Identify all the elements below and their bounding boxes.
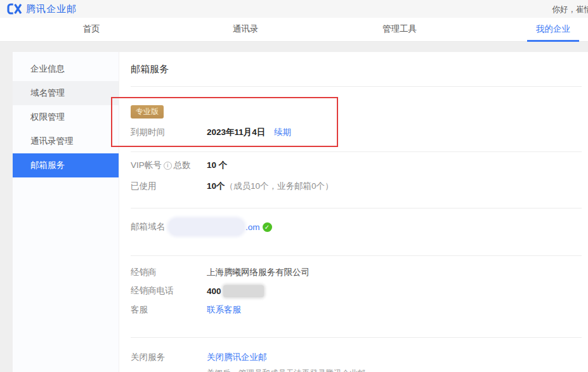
tab-my-company[interactable]: 我的企业 bbox=[536, 18, 570, 42]
brand-logo[interactable]: 腾讯企业邮 bbox=[7, 3, 77, 15]
vip-label-prefix: VIP帐号 bbox=[131, 160, 162, 171]
expiry-date: 2023年11月4日 bbox=[207, 127, 265, 138]
exmail-admin-page: 腾讯企业邮 你好，崔情 首页 通讯录 管理工具 我的企业 企业信息 域名管理 权… bbox=[0, 0, 588, 372]
vip-total-label: VIP帐号 i 总数 bbox=[131, 160, 207, 171]
tab-contacts[interactable]: 通讯录 bbox=[233, 18, 259, 42]
info-icon[interactable]: i bbox=[164, 162, 172, 170]
brand-name: 腾讯企业邮 bbox=[26, 3, 77, 15]
sidebar-item-mail-service[interactable]: 邮箱服务 bbox=[13, 153, 119, 177]
content-area: 邮箱服务 专业版 到期时间 2023年11月4日 续期 VIP帐号 i 总数 bbox=[120, 52, 588, 372]
domain-suffix: .om bbox=[245, 222, 260, 232]
tab-home[interactable]: 首页 bbox=[83, 18, 100, 42]
vip-label-suffix: 总数 bbox=[174, 160, 191, 171]
customer-service-label: 客服 bbox=[131, 304, 207, 316]
plan-section: 专业版 到期时间 2023年11月4日 续期 bbox=[131, 87, 582, 152]
reseller-name: 上海腾曦网络服务有限公司 bbox=[207, 267, 310, 278]
sidebar-item-company-info[interactable]: 企业信息 bbox=[13, 57, 119, 81]
reseller-label: 经销商 bbox=[131, 267, 207, 278]
user-greeting[interactable]: 你好，崔情 bbox=[552, 4, 588, 15]
sidebar: 企业信息 域名管理 权限管理 通讯录管理 邮箱服务 bbox=[13, 52, 119, 372]
verified-check-icon: ✓ bbox=[263, 222, 272, 232]
phone-redaction-blur bbox=[223, 285, 264, 297]
tab-admin-tools[interactable]: 管理工具 bbox=[382, 18, 417, 42]
renew-link[interactable]: 续期 bbox=[274, 127, 291, 138]
topbar: 腾讯企业邮 你好，崔情 bbox=[0, 0, 588, 18]
vip-used-detail: （成员10个，业务邮箱0个） bbox=[225, 181, 334, 192]
vip-total-value: 10 个 bbox=[207, 160, 227, 171]
close-service-label: 关闭服务 bbox=[131, 352, 207, 363]
reseller-phone-label: 经销商电话 bbox=[131, 285, 207, 297]
sidebar-item-contacts-management[interactable]: 通讯录管理 bbox=[13, 129, 119, 153]
contact-service-link[interactable]: 联系客服 bbox=[207, 304, 241, 316]
page-title: 邮箱服务 bbox=[131, 52, 582, 87]
primary-nav: 首页 通讯录 管理工具 我的企业 bbox=[0, 18, 588, 42]
domain-redaction-blur bbox=[169, 219, 244, 235]
vip-section: VIP帐号 i 总数 10 个 已使用 10个 （成员10个，业务邮箱0个） bbox=[131, 159, 582, 208]
plan-badge: 专业版 bbox=[131, 105, 164, 119]
vip-used-label: 已使用 bbox=[131, 181, 207, 192]
exmail-logo-icon bbox=[7, 3, 22, 15]
close-service-section: 关闭服务 关闭腾讯企业邮 关闭后，管理员和成员无法再登录腾讯企业邮。 bbox=[131, 351, 582, 372]
expiry-label: 到期时间 bbox=[131, 127, 207, 138]
reseller-phone-visible: 400 bbox=[207, 286, 221, 296]
reseller-section: 经销商 上海腾曦网络服务有限公司 经销商电话 400 客服 联系客服 bbox=[131, 266, 582, 338]
domain-section: 邮箱域名 .om ✓ bbox=[131, 219, 582, 256]
close-service-note: 关闭后，管理员和成员无法再登录腾讯企业邮。 bbox=[207, 368, 582, 372]
sidebar-item-domain-management[interactable]: 域名管理 bbox=[13, 81, 119, 105]
main-panel: 企业信息 域名管理 权限管理 通讯录管理 邮箱服务 邮箱服务 专业版 到期时间 … bbox=[13, 52, 588, 372]
close-service-link[interactable]: 关闭腾讯企业邮 bbox=[207, 352, 267, 363]
vip-used-value: 10个 bbox=[207, 181, 225, 192]
sidebar-item-permission-management[interactable]: 权限管理 bbox=[13, 105, 119, 129]
